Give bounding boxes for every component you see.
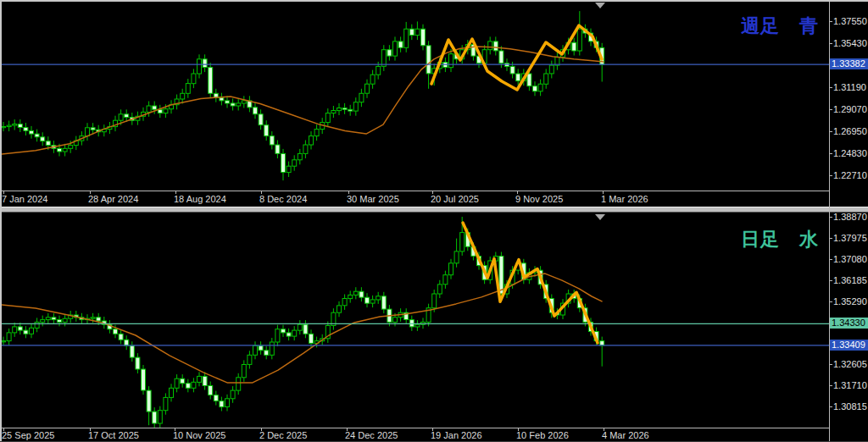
chart-shift-marker-icon [595, 214, 605, 220]
time-tick-label: 30 Mar 2025 [347, 194, 399, 204]
candle-body [52, 318, 56, 320]
candle-body [538, 84, 542, 91]
candle-body [153, 106, 157, 109]
price-axis-tick [829, 21, 832, 22]
price-axis-tick [829, 259, 832, 260]
price-tag[interactable]: 1.34330 [830, 318, 868, 329]
candle-body [287, 166, 291, 172]
candle-body [426, 46, 431, 74]
candle-body [41, 320, 45, 323]
candle-body [136, 357, 140, 369]
candle-body [192, 382, 196, 388]
candle-body [209, 386, 213, 395]
candle-body [41, 137, 45, 141]
candle-body [449, 263, 453, 275]
candle-body [281, 153, 286, 172]
candle-body [203, 59, 207, 68]
candle-body [18, 124, 22, 128]
candle-body [7, 125, 11, 127]
candle-body [198, 59, 202, 74]
candle-body [303, 324, 308, 334]
candle-body [242, 101, 246, 103]
candle-body [63, 318, 67, 322]
candle-body [415, 324, 420, 327]
candle-body [348, 109, 353, 111]
price-axis-tick [829, 217, 832, 218]
candle-body [147, 106, 151, 112]
candle-body [236, 378, 241, 390]
price-tag[interactable]: 1.33409 [830, 340, 868, 351]
moving-average-line [2, 47, 604, 154]
candle-body [119, 114, 123, 120]
candle-body [326, 113, 330, 123]
candle-body [35, 134, 39, 137]
candle-body [516, 74, 520, 81]
price-axis-tick [829, 87, 832, 88]
candle-body [164, 109, 168, 113]
price-tick-label: 1.35290 [833, 296, 867, 307]
candle-body [214, 395, 218, 401]
candle-body [353, 291, 358, 295]
candle-body [544, 74, 548, 84]
candle-body [292, 330, 297, 336]
price-tick-label: 1.37550 [833, 16, 867, 26]
price-axis-tick [829, 406, 832, 407]
candle-body [443, 275, 448, 285]
weekly-chart-title: 週足 青 [741, 14, 819, 39]
candle-body [24, 330, 28, 334]
candle-body [365, 297, 370, 303]
candle-body [164, 397, 168, 410]
price-tick-label: 1.37975 [833, 233, 867, 243]
daily-chart-title: 日足 水 [741, 227, 819, 252]
candle-body [248, 355, 252, 364]
candle-body [119, 334, 123, 340]
candle-body [30, 328, 34, 334]
candle-body [437, 285, 442, 294]
candle-body [7, 333, 11, 341]
candle-body [393, 41, 398, 56]
daily-time-axis-line [2, 428, 829, 428]
candle-body [58, 320, 62, 323]
candle-body [236, 103, 241, 106]
candle-body [63, 148, 67, 152]
weekly-chart-plot[interactable] [2, 8, 829, 191]
candle-body [264, 125, 269, 136]
candle-body [142, 369, 146, 390]
candle-body [147, 390, 151, 412]
candle-body [432, 294, 437, 308]
daily-chart-plot[interactable] [2, 213, 829, 428]
candle-body [298, 153, 302, 159]
candle-body [175, 378, 179, 388]
candle-body [259, 345, 263, 351]
candle-body [2, 341, 6, 342]
time-tick-label: 9 Nov 2025 [515, 194, 563, 204]
panel-splitter[interactable] [0, 207, 868, 213]
candle-body [533, 86, 537, 91]
candle-body [125, 340, 129, 345]
candle-body [91, 128, 95, 130]
candle-body [231, 103, 235, 106]
candle-body [337, 108, 342, 111]
price-axis-tick [829, 385, 832, 386]
candle-body [342, 299, 347, 306]
time-tick-label: 7 Jan 2024 [2, 194, 47, 204]
time-tick-label: 18 Aug 2024 [174, 194, 226, 204]
price-tick-label: 1.30815 [833, 401, 867, 412]
price-axis-tick [829, 238, 832, 239]
candle-body [342, 108, 347, 110]
candle-body [348, 295, 353, 298]
candle-body [577, 29, 581, 51]
price-axis-tick [829, 280, 832, 281]
price-tag[interactable]: 1.33382 [830, 58, 868, 69]
weekly-time-axis-line [2, 191, 829, 191]
candle-body [97, 318, 101, 321]
candle-body [69, 146, 73, 149]
candle-body [287, 333, 291, 336]
time-tick-label: 2 Dec 2025 [259, 430, 307, 440]
candle-body [114, 329, 118, 334]
candle-body [572, 42, 576, 51]
candle-body [376, 296, 381, 300]
candle-body [381, 50, 386, 67]
candle-body [181, 378, 185, 384]
candle-body [231, 390, 235, 399]
